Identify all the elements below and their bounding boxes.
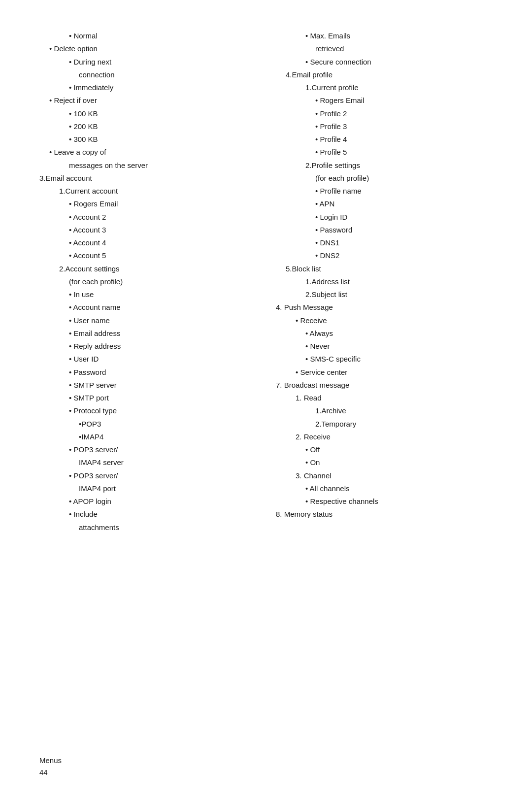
list-item: 3. Channel (296, 469, 493, 482)
list-item: messages on the server (69, 159, 256, 172)
list-item: 7. Broadcast message (276, 379, 493, 392)
list-item: Include (69, 508, 256, 521)
list-item: 1.Archive (315, 404, 493, 417)
list-item: Reply address (69, 340, 256, 353)
list-item: In use (69, 288, 256, 301)
list-item: Reject if over (49, 94, 256, 107)
list-item: Password (69, 366, 256, 379)
list-item: Respective channels (305, 495, 493, 508)
list-item: Normal (69, 30, 256, 42)
list-item: (for each profile) (69, 275, 256, 288)
list-item: Delete option (49, 42, 256, 55)
list-item: (for each profile) (315, 172, 493, 185)
list-item: Login ID (315, 211, 493, 224)
list-item: APN (315, 198, 493, 210)
list-item: Password (315, 224, 493, 236)
list-item: connection (79, 68, 256, 81)
list-item: retrieved (315, 42, 493, 55)
list-item: SMS-C specific (305, 353, 493, 366)
list-item: Account 2 (69, 211, 256, 224)
list-item: Leave a copy of (49, 146, 256, 159)
left-column: NormalDelete optionDuring nextconnection… (39, 30, 266, 534)
list-item: POP3 server/ (69, 443, 256, 456)
list-item: Rogers Email (315, 94, 493, 107)
list-item: 200 KB (69, 120, 256, 133)
list-item: IMAP4 port (79, 482, 256, 495)
list-item: 2. Receive (296, 431, 493, 443)
list-item: 300 KB (69, 133, 256, 146)
list-item: Receive (296, 314, 493, 327)
list-item: Off (305, 443, 493, 456)
list-item: SMTP server (69, 379, 256, 392)
list-item: Profile 5 (315, 146, 493, 159)
list-item: Protocol type (69, 404, 256, 417)
list-item: 2.Account settings (59, 263, 256, 275)
list-item: 3.Email account (39, 172, 256, 185)
list-item: 1. Read (296, 392, 493, 404)
list-item: User ID (69, 353, 256, 366)
list-item: POP3 server/ (69, 469, 256, 482)
list-item: On (305, 456, 493, 469)
list-item: SMTP port (69, 392, 256, 404)
list-item: 4. Push Message (276, 301, 493, 314)
list-item: Account 4 (69, 236, 256, 249)
list-item: 5.Block list (286, 263, 493, 275)
list-item: Secure connection (305, 56, 493, 68)
list-item: Account 5 (69, 249, 256, 262)
list-item: Rogers Email (69, 198, 256, 210)
list-item: Email address (69, 327, 256, 340)
list-item: All channels (305, 482, 493, 495)
list-item: DNS1 (315, 236, 493, 249)
list-item: Immediately (69, 81, 256, 94)
list-item: 8. Memory status (276, 508, 493, 521)
list-item: DNS2 (315, 249, 493, 262)
list-item: 1.Current account (59, 185, 256, 198)
list-item: 100 KB (69, 107, 256, 120)
footer: Menus 44 (39, 755, 62, 778)
list-item: Always (305, 327, 493, 340)
list-item: 4.Email profile (286, 68, 493, 81)
list-item: Profile name (315, 185, 493, 198)
list-item: APOP login (69, 495, 256, 508)
list-item: Never (305, 340, 493, 353)
list-item: Profile 3 (315, 120, 493, 133)
list-item: 1.Current profile (305, 81, 493, 94)
list-item: 1.Address list (305, 275, 493, 288)
list-item: User name (69, 314, 256, 327)
list-item: attachments (79, 521, 256, 534)
list-item: Profile 4 (315, 133, 493, 146)
list-item: Account name (69, 301, 256, 314)
footer-line1: Menus (39, 755, 62, 766)
list-item: Service center (296, 366, 493, 379)
list-item: 2.Profile settings (305, 159, 493, 172)
list-item: 2.Temporary (315, 418, 493, 431)
right-column: Max. EmailsretrievedSecure connection4.E… (266, 30, 493, 534)
list-item: Account 3 (69, 224, 256, 236)
list-item: IMAP4 server (79, 456, 256, 469)
footer-line2: 44 (39, 766, 62, 778)
list-item: Max. Emails (305, 30, 493, 42)
list-item: Profile 2 (315, 107, 493, 120)
list-item: •POP3 (79, 418, 256, 431)
list-item: During next (69, 56, 256, 68)
list-item: •IMAP4 (79, 431, 256, 443)
list-item: 2.Subject list (305, 288, 493, 301)
